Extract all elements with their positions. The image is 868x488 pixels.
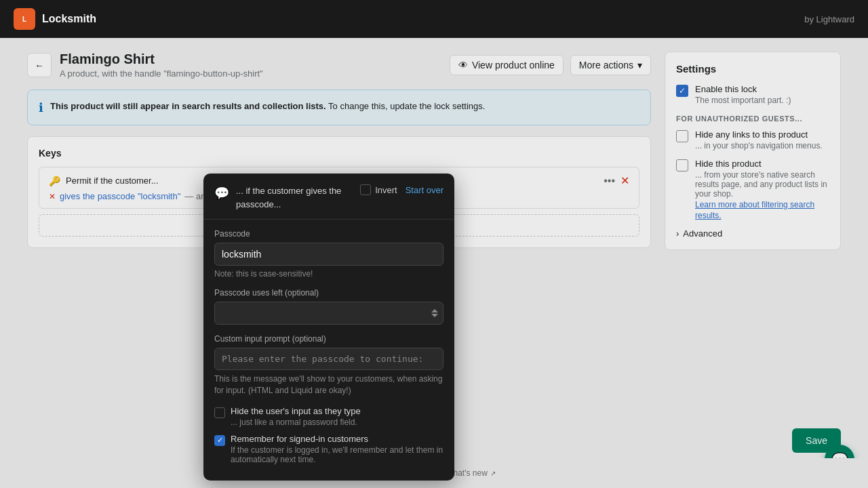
invert-label[interactable]: Invert [360,184,397,195]
hide-input-row: Hide the user's input as they type ... j… [214,406,443,427]
page-header-right: 👁 View product online More actions ▾ [450,55,651,75]
advanced-button[interactable]: › Advanced [676,228,829,239]
hide-links-checkbox[interactable] [676,130,688,142]
product-subtitle: A product, with the handle "flamingo-but… [60,68,263,79]
passcode-field: Passcode Note: this is case-sensitive! [214,229,443,279]
settings-card: Settings Enable this lock The most impor… [665,52,841,250]
hide-links-hint: ... in your shop's navigation menus. [695,141,823,150]
enable-lock-label-wrap: Enable this lock The most important part… [695,84,791,105]
info-icon: ℹ [39,100,43,115]
hide-product-row: Hide this product ... from your store's … [676,159,829,220]
key-icon: 🔑 [49,176,60,186]
uses-left-label: Passcode uses left (optional) [214,288,443,298]
back-icon: ← [35,60,43,70]
prompt-desc: This is the message we'll show to your c… [214,373,443,396]
enable-lock-row: Enable this lock The most important part… [676,84,829,105]
remember-hint: If the customer is logged in, we'll reme… [231,445,443,464]
hide-product-hint: ... from your store's native search resu… [695,170,829,199]
chevron-down-icon: ▾ [637,60,642,70]
guests-section-label: FOR UNAUTHORIZED GUESTS... [676,115,829,123]
enable-lock-hint: The most important part. :) [695,96,791,105]
prompt-field: Custom input prompt (optional) This is t… [214,334,443,396]
hide-product-label-wrap: Hide this product ... from your store's … [695,159,829,220]
remember-label-wrap: Remember for signed-in customers If the … [231,434,443,464]
uses-left-input[interactable] [214,302,443,325]
page-header: ← Flamingo Shirt A product, with the han… [27,52,651,79]
remember-label: Remember for signed-in customers [231,434,443,444]
key-label: Permit if the customer... [66,176,159,186]
spinner-arrows[interactable] [431,309,438,317]
prompt-label: Custom input prompt (optional) [214,334,443,344]
remember-checkbox[interactable] [214,435,225,446]
start-over-button[interactable]: Start over [406,185,443,195]
key-close-icon[interactable]: ✕ [620,174,629,187]
product-info: Flamingo Shirt A product, with the handl… [60,52,263,79]
passcode-input[interactable] [214,243,443,266]
chevron-right-icon: › [676,228,679,239]
settings-title: Settings [676,63,829,75]
banner-text: This product will still appear in search… [50,100,485,113]
app-title: Locksmith [42,13,96,25]
hide-input-label-wrap: Hide the user's input as they type ... j… [231,406,361,427]
right-panel: Settings Enable this lock The most impor… [665,52,841,474]
uses-left-spinner-wrap [214,302,443,325]
app-logo: L [14,8,35,30]
hide-links-label-wrap: Hide any links to this product ... in yo… [695,129,823,150]
invert-checkbox[interactable] [360,184,371,195]
back-button[interactable]: ← [27,53,52,77]
hide-product-label: Hide this product [695,159,829,169]
hide-input-hint: ... just like a normal password field. [231,418,361,427]
info-banner: ℹ This product will still appear in sear… [27,89,651,125]
keys-title: Keys [39,148,639,159]
key-x-icon: ✕ [49,192,56,201]
spinner-up-icon[interactable] [431,309,438,312]
hide-links-label: Hide any links to this product [695,129,823,140]
enable-lock-checkbox[interactable] [676,85,688,97]
key-more-icon[interactable]: ••• [604,175,615,187]
hide-input-label: Hide the user's input as they type [231,406,361,416]
popup-header-text: ... if the customer gives the passcode..… [236,184,360,211]
top-nav: L Locksmith by Lightward [0,0,868,38]
passcode-hint: Note: this is case-sensitive! [214,269,443,279]
popup-header: 💬 ... if the customer gives the passcode… [203,174,454,220]
popup-body: Passcode Note: this is case-sensitive! P… [203,220,454,481]
hide-product-checkbox[interactable] [676,159,688,171]
popup-header-right: Invert Start over [360,184,443,195]
prompt-input[interactable] [214,348,443,370]
enable-lock-label: Enable this lock [695,84,791,94]
nav-left: L Locksmith [14,8,96,30]
key-label-row: 🔑 Permit if the customer... [49,176,159,186]
external-link-icon: ↗ [490,470,496,477]
hide-input-checkbox[interactable] [214,407,225,418]
remember-row: Remember for signed-in customers If the … [214,434,443,464]
key-condition-link[interactable]: gives the passcode "locksmith" [60,191,180,201]
uses-left-field: Passcode uses left (optional) [214,288,443,325]
svg-text:L: L [22,16,26,23]
popup-comment-icon: 💬 [214,186,229,201]
passcode-label: Passcode [214,229,443,239]
learn-more-link[interactable]: Learn more about filtering search result… [695,200,814,220]
key-actions: ••• ✕ [604,174,629,187]
popup-header-left: 💬 ... if the customer gives the passcode… [214,184,360,211]
nav-by-label: by Lightward [804,14,854,24]
view-online-button[interactable]: 👁 View product online [450,55,564,75]
page-header-left: ← Flamingo Shirt A product, with the han… [27,52,263,79]
product-title: Flamingo Shirt [60,52,263,67]
hide-links-row: Hide any links to this product ... in yo… [676,129,829,150]
spinner-down-icon[interactable] [431,314,438,317]
passcode-popup: 💬 ... if the customer gives the passcode… [203,174,454,481]
more-actions-button[interactable]: More actions ▾ [570,55,651,75]
eye-icon: 👁 [458,60,468,70]
